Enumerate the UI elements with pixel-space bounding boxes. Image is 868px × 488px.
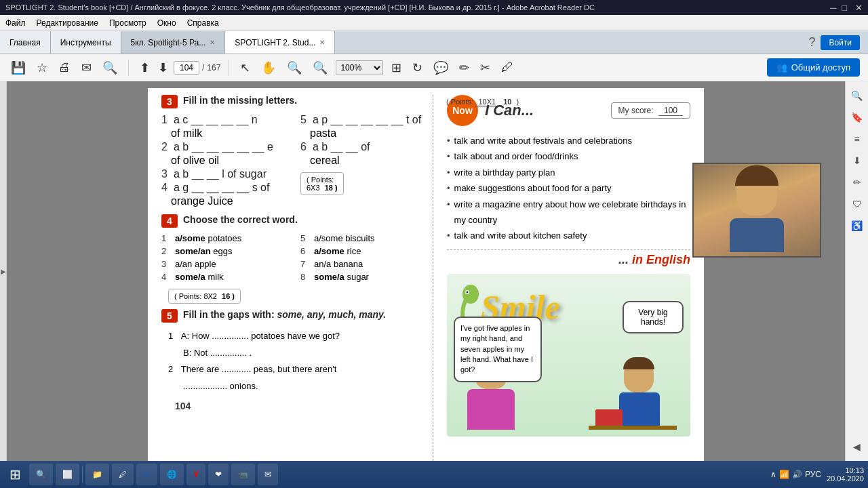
exercise-item: 5 a p __ __ __ __ __ t of bbox=[300, 114, 426, 126]
section3-col1: 1 a c __ __ __ __ n of milk 2 a b __ __ … bbox=[161, 114, 287, 209]
exercise-item: 2 There are ............ peas, but there… bbox=[168, 361, 426, 378]
menu-edit[interactable]: Редактирование bbox=[37, 18, 98, 28]
section3-points: ( Points: 6X3 18 ) bbox=[300, 172, 344, 195]
left-sidebar-arrow: ▶ bbox=[1, 268, 6, 275]
page-number-input[interactable] bbox=[174, 61, 199, 75]
left-sidebar-toggle[interactable]: ▶ bbox=[0, 81, 7, 461]
tab-spotlight2[interactable]: SPOTLIGHT 2. Stud... ✕ bbox=[225, 31, 335, 54]
zoom-out-button[interactable]: 🔍 bbox=[284, 59, 304, 77]
exercise-item: 4 a g __ __ __ __ s of bbox=[161, 182, 287, 194]
sidebar-tool-search[interactable]: 🔍 bbox=[848, 87, 866, 104]
print-button[interactable]: 🖨 bbox=[56, 59, 73, 76]
share-button[interactable]: 👥 Общий доступ bbox=[767, 58, 860, 77]
exercise-item: 6 a/some rice bbox=[300, 246, 426, 256]
sign-button[interactable]: 🖊 bbox=[498, 59, 516, 76]
section4-points: ( Points: 8X2 16 ) bbox=[168, 289, 241, 304]
tab-close-spotlight5[interactable]: ✕ bbox=[210, 39, 215, 46]
taskbar-mail[interactable]: ✉ bbox=[258, 464, 278, 485]
document-area: 3 Fill in the missing letters. ( Points:… bbox=[7, 81, 845, 461]
taskbar-yandex[interactable]: Y bbox=[186, 464, 205, 485]
toolbar-right: 👥 Общий доступ bbox=[767, 58, 860, 77]
exercise-item: 5 a/some biscuits bbox=[300, 233, 426, 243]
taskbar-video[interactable]: 📹 bbox=[231, 464, 255, 485]
exercise-item: 7 an/a banana bbox=[300, 259, 426, 269]
bookmark-button[interactable]: ☆ bbox=[34, 59, 50, 77]
tools2-button[interactable]: ✂ bbox=[477, 59, 493, 77]
sidebar-tool-expand[interactable]: ◀ bbox=[848, 438, 866, 455]
maximize-button[interactable]: □ bbox=[842, 3, 847, 13]
toolbar: 💾 ☆ 🖨 ✉ 🔍 ⬆ ⬇ / 167 ↖ ✋ 🔍 🔍 100% 75% 125… bbox=[0, 54, 868, 81]
sidebar-tool-export[interactable]: ⬇ bbox=[848, 152, 866, 169]
taskbar-app1[interactable]: ❤ bbox=[208, 464, 229, 485]
email-button[interactable]: ✉ bbox=[79, 59, 94, 77]
menu-file[interactable]: Файл bbox=[5, 18, 26, 28]
taskbar-multitask[interactable]: ⬜ bbox=[56, 464, 79, 485]
can-do-item: • talk about and order food/drinks bbox=[447, 148, 690, 164]
sidebar-tool-protect[interactable]: 🛡 bbox=[848, 195, 866, 213]
tray-icons: ∧ 📶 🔊 РУС bbox=[770, 470, 821, 479]
tray-lang[interactable]: РУС bbox=[805, 470, 821, 479]
fit-page-button[interactable]: ⊞ bbox=[389, 59, 404, 77]
signin-button[interactable]: Войти bbox=[821, 35, 860, 50]
can-do-item: • write a birthday party plan bbox=[447, 165, 690, 180]
sidebar-tool-sign[interactable]: ✏ bbox=[848, 174, 866, 191]
section5-number: 5 bbox=[161, 309, 178, 323]
menu-help[interactable]: Справка bbox=[187, 18, 219, 28]
start-button[interactable]: ⊞ bbox=[4, 464, 26, 485]
menu-window[interactable]: Окно bbox=[157, 18, 176, 28]
tab-tools[interactable]: Инструменты bbox=[51, 31, 121, 54]
tray-expand[interactable]: ∧ bbox=[770, 470, 776, 479]
taskbar-explorer[interactable]: 📁 bbox=[85, 464, 109, 485]
tray-volume[interactable]: 🔊 bbox=[792, 470, 802, 479]
taskbar-editor[interactable]: 🖊 bbox=[112, 464, 134, 485]
comment-button[interactable]: 💬 bbox=[431, 59, 451, 77]
exercise-item: 3 a b __ __ l of sugar bbox=[161, 168, 287, 180]
title-bar: SPOTLIGHT 2. Student's book [+CD] / Англ… bbox=[0, 0, 868, 15]
select-tool-button[interactable]: ↖ bbox=[237, 59, 253, 77]
exercise-item: 1 a c __ __ __ __ n bbox=[161, 114, 287, 126]
window-controls[interactable]: ─ □ ✕ bbox=[830, 3, 863, 13]
help-icon[interactable]: ? bbox=[808, 35, 815, 49]
tab-spotlight5[interactable]: 5кл. Spotlight-5 Ра... ✕ bbox=[121, 31, 226, 54]
next-page-button[interactable]: ⬇ bbox=[155, 59, 171, 77]
taskbar-search[interactable]: 🔍 bbox=[29, 464, 53, 485]
taskbar-word[interactable]: W bbox=[136, 464, 157, 485]
tray-network[interactable]: 📶 bbox=[779, 470, 789, 479]
section4-header: 4 Choose the correct word. bbox=[161, 214, 426, 228]
in-english-text: ... in English bbox=[447, 249, 690, 267]
taskbar-separator bbox=[82, 466, 83, 483]
section4-col2: 5 a/some biscuits 6 a/some rice 7 an/a b… bbox=[300, 233, 426, 285]
share-icon: 👥 bbox=[776, 62, 787, 73]
minimize-button[interactable]: ─ bbox=[830, 3, 836, 13]
zoom-select[interactable]: 100% 75% 125% 150% bbox=[336, 60, 383, 75]
section3-number: 3 bbox=[161, 95, 178, 108]
points-label-top: ( Points: bbox=[446, 98, 475, 106]
exercise-item: 4 some/a milk bbox=[161, 272, 287, 282]
rotate-button[interactable]: ↻ bbox=[410, 59, 425, 77]
main-area: ▶ 3 Fill in the missing letters. ( Point… bbox=[0, 81, 868, 461]
taskbar-browser[interactable]: 🌐 bbox=[160, 464, 184, 485]
zoom-in-button[interactable]: 🔍 bbox=[310, 59, 330, 77]
section4-content: 1 a/some potatoes 2 some/an eggs 3 a/an … bbox=[161, 233, 426, 285]
tab-close-spotlight2[interactable]: ✕ bbox=[319, 39, 325, 46]
tab-home[interactable]: Главная bbox=[0, 31, 51, 54]
sidebar-tool-layers[interactable]: ≡ bbox=[848, 130, 866, 148]
title-text: SPOTLIGHT 2. Student's book [+CD] / Англ… bbox=[5, 3, 595, 12]
score-box: My score: 100 bbox=[611, 102, 690, 119]
hand-tool-button[interactable]: ✋ bbox=[258, 59, 279, 77]
sidebar-tool-bookmark[interactable]: 🔖 bbox=[848, 108, 866, 126]
prev-page-button[interactable]: ⬆ bbox=[137, 59, 153, 77]
taskbar-clock[interactable]: 10:13 20.04.2020 bbox=[827, 466, 864, 483]
exercise-item: pasta bbox=[300, 127, 426, 140]
exercise-item: of milk bbox=[161, 127, 287, 140]
sidebar-tool-accessibility[interactable]: ♿ bbox=[848, 217, 866, 235]
boy-head bbox=[624, 359, 654, 392]
search-button[interactable]: 🔍 bbox=[100, 59, 120, 77]
save-button[interactable]: 💾 bbox=[8, 59, 28, 77]
menu-view[interactable]: Просмотр bbox=[109, 18, 146, 28]
section3-points-top: ( Points: 10X1 10 ) bbox=[446, 98, 519, 106]
exercise-item: 1 A: How ............... potatoes have w… bbox=[168, 328, 426, 345]
close-button[interactable]: ✕ bbox=[855, 3, 863, 13]
section5-content: 1 A: How ............... potatoes have w… bbox=[168, 328, 426, 395]
highlight-button[interactable]: ✏ bbox=[456, 59, 472, 77]
